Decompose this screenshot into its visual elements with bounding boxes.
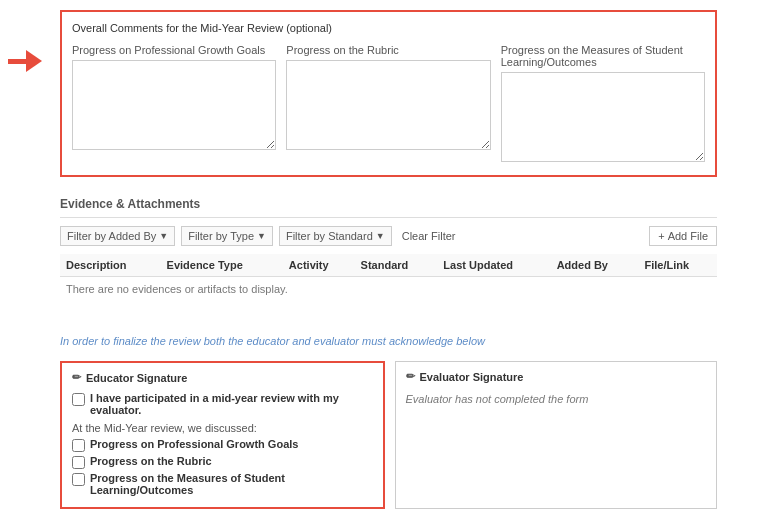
signatures-section: ✏ Educator Signature I have participated… [0,361,777,519]
evidence-table: Description Evidence Type Activity Stand… [60,254,717,301]
evaluator-sig-title: ✏ Evaluator Signature [406,370,707,383]
participated-checkbox-row: I have participated in a mid-year review… [72,392,373,416]
col1-textarea[interactable] [72,60,276,150]
discussion-item-1: Progress on Professional Growth Goals [72,438,373,452]
discussion-label-2: Progress on the Rubric [90,455,212,467]
col2-textarea[interactable] [286,60,490,150]
filter-by-added-by-button[interactable]: Filter by Added By ▼ [60,226,175,246]
evaluator-pencil-icon: ✏ [406,370,415,383]
col-activity: Activity [283,254,355,277]
comments-grid: Progress on Professional Growth Goals Pr… [72,44,705,165]
filter2-arrow-icon: ▼ [257,231,266,241]
finalize-note: In order to finalize the review both the… [0,327,777,355]
filter1-arrow-icon: ▼ [159,231,168,241]
col-rubric: Progress on the Rubric [286,44,490,165]
clear-filter-button[interactable]: Clear Filter [398,227,460,245]
discussion-checkbox-2[interactable] [72,456,85,469]
col3-textarea[interactable] [501,72,705,162]
filter3-label: Filter by Standard [286,230,373,242]
col-standard: Standard [355,254,438,277]
evaluator-not-completed: Evaluator has not completed the form [406,393,707,405]
no-evidence-text: There are no evidences or artifacts to d… [60,277,717,302]
add-file-button[interactable]: + Add File [649,226,717,246]
filter-by-type-button[interactable]: Filter by Type ▼ [181,226,273,246]
col-added-by: Added By [551,254,639,277]
filter-row: Filter by Added By ▼ Filter by Type ▼ Fi… [60,226,717,246]
educator-sig-title: ✏ Educator Signature [72,371,373,384]
discussion-label-1: Progress on Professional Growth Goals [90,438,298,450]
col-file-link: File/Link [638,254,717,277]
discussion-checkbox-3[interactable] [72,473,85,486]
discussion-checkbox-1[interactable] [72,439,85,452]
pencil-icon: ✏ [72,371,81,384]
filter-by-standard-button[interactable]: Filter by Standard ▼ [279,226,392,246]
comments-title: Overall Comments for the Mid-Year Review… [72,22,705,34]
participated-checkbox[interactable] [72,393,85,406]
col-student-learning: Progress on the Measures of Student Lear… [501,44,705,165]
evidence-title: Evidence & Attachments [60,197,717,218]
filter3-arrow-icon: ▼ [376,231,385,241]
col2-label: Progress on the Rubric [286,44,490,56]
filter2-label: Filter by Type [188,230,254,242]
col-description: Description [60,254,161,277]
participated-label: I have participated in a mid-year review… [90,392,373,416]
overall-comments-box: Overall Comments for the Mid-Year Review… [60,10,717,177]
evaluator-signature-box: ✏ Evaluator Signature Evaluator has not … [395,361,718,509]
discussion-item-2: Progress on the Rubric [72,455,373,469]
col-last-updated: Last Updated [437,254,550,277]
discussion-label-3: Progress on the Measures of Student Lear… [90,472,373,496]
evidence-section: Evidence & Attachments Filter by Added B… [0,187,777,311]
col3-label: Progress on the Measures of Student Lear… [501,44,705,68]
col1-label: Progress on Professional Growth Goals [72,44,276,56]
add-file-icon: + [658,230,664,242]
add-file-label: Add File [668,230,708,242]
discussion-item-3: Progress on the Measures of Student Lear… [72,472,373,496]
col-professional-growth: Progress on Professional Growth Goals [72,44,276,165]
educator-signature-box: ✏ Educator Signature I have participated… [60,361,385,509]
discussed-label: At the Mid-Year review, we discussed: [72,422,373,434]
no-evidence-row: There are no evidences or artifacts to d… [60,277,717,302]
table-header-row: Description Evidence Type Activity Stand… [60,254,717,277]
filter1-label: Filter by Added By [67,230,156,242]
col-evidence-type: Evidence Type [161,254,283,277]
